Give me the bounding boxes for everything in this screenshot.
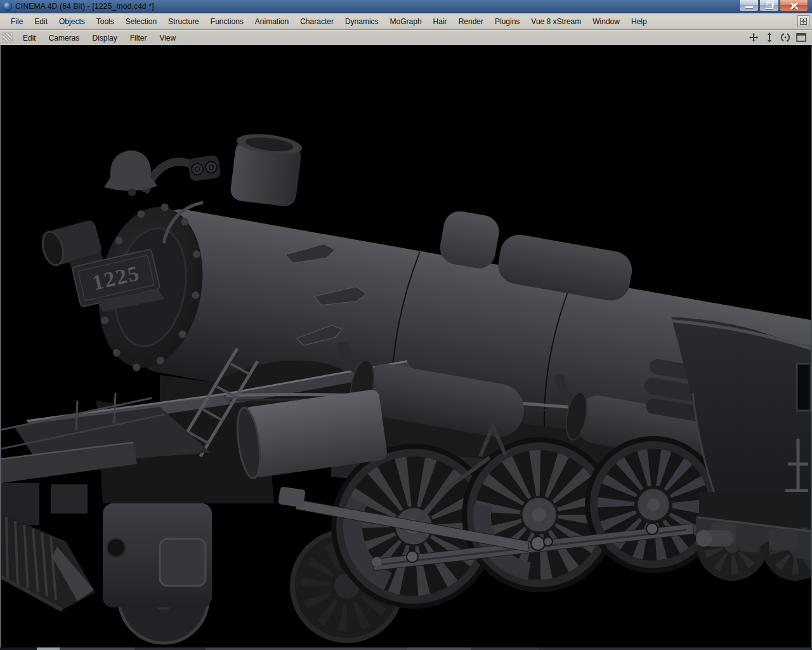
smoke-stack	[230, 131, 304, 208]
camera-rotate-icon[interactable]	[780, 32, 791, 43]
menu-edit[interactable]: Edit	[29, 15, 53, 28]
menu-vue8xstream[interactable]: Vue 8 xStream	[525, 15, 587, 28]
menu-window[interactable]: Window	[587, 15, 625, 28]
menu-objects[interactable]: Objects	[53, 15, 91, 28]
main-menu-bar: File Edit Objects Tools Selection Struct…	[0, 13, 812, 30]
menu-animation[interactable]: Animation	[249, 15, 294, 28]
menu-help[interactable]: Help	[625, 15, 653, 28]
toolbar-grip[interactable]	[2, 32, 13, 43]
menu-structure[interactable]: Structure	[162, 15, 205, 28]
bottom-border-segment	[206, 647, 407, 650]
bottom-border-segment	[134, 647, 206, 650]
menu-selection[interactable]: Selection	[120, 15, 162, 28]
menu-plugins[interactable]: Plugins	[489, 15, 525, 28]
cinema4d-window: CINEMA 4D (64 Bit) - [1225_mod.c4d *] Fi…	[0, 0, 812, 650]
menu-tools[interactable]: Tools	[91, 15, 120, 28]
bottom-border-segment	[471, 647, 539, 650]
bottom-border	[0, 647, 812, 650]
bottom-border-segment	[407, 647, 471, 650]
menu-mograph[interactable]: MoGraph	[384, 15, 428, 28]
close-icon	[790, 3, 798, 9]
vp-menu-view[interactable]: View	[153, 32, 182, 44]
vp-menu-filter[interactable]: Filter	[124, 32, 154, 44]
camera-pan-icon[interactable]	[748, 32, 759, 43]
dynamo	[188, 155, 221, 182]
minimize-icon	[745, 6, 753, 8]
locomotive-render: ​ 1225	[1, 45, 811, 647]
title-bar[interactable]: CINEMA 4D (64 Bit) - [1225_mod.c4d *]	[0, 0, 812, 13]
menu-render[interactable]: Render	[453, 15, 489, 28]
cab-window	[797, 364, 811, 411]
menu-dynamics[interactable]: Dynamics	[339, 15, 384, 28]
camera-zoom-icon[interactable]	[764, 32, 775, 43]
menu-fold-icon[interactable]	[797, 15, 809, 27]
minimize-button[interactable]	[739, 0, 759, 11]
cylinder-block	[103, 503, 212, 607]
bottom-border-segment	[60, 647, 134, 650]
vp-menu-display[interactable]: Display	[86, 32, 123, 44]
menu-file[interactable]: File	[5, 15, 29, 28]
bottom-border-segment	[539, 647, 812, 650]
restore-icon	[766, 3, 773, 9]
close-button[interactable]	[780, 0, 808, 11]
toggle-view-icon[interactable]	[796, 32, 807, 43]
viewport-toolbar: Edit Cameras Display Filter View	[0, 30, 812, 45]
window-controls	[738, 0, 808, 12]
menu-functions[interactable]: Functions	[205, 15, 249, 28]
vp-menu-cameras[interactable]: Cameras	[43, 32, 86, 44]
vp-menu-edit[interactable]: Edit	[16, 32, 43, 44]
cinema4d-app-icon[interactable]	[3, 2, 12, 11]
window-title: CINEMA 4D (64 Bit) - [1225_mod.c4d *]	[15, 2, 154, 11]
viewport-3d[interactable]: ​ 1225	[0, 45, 812, 647]
restore-button[interactable]	[759, 0, 779, 11]
bottom-border-segment	[37, 647, 60, 650]
menu-hair[interactable]: Hair	[428, 15, 453, 28]
menu-character[interactable]: Character	[294, 15, 339, 28]
